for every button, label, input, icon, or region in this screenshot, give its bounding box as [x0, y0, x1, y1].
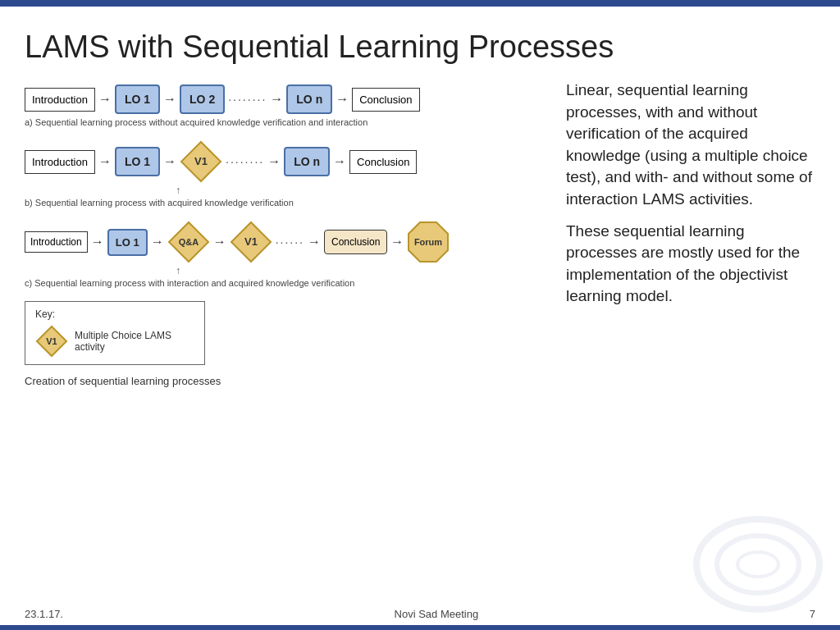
arrow-b3: →: [267, 154, 281, 169]
footer-date: 23.1.17.: [25, 608, 63, 620]
label-c: c) Sequential learning process with inte…: [25, 278, 550, 288]
lon-b: LO n: [284, 147, 330, 176]
svg-text:V1: V1: [244, 235, 258, 248]
intro-b: Introduction: [25, 150, 95, 174]
lon-a: LO n: [286, 84, 332, 114]
footer-page: 7: [810, 608, 815, 620]
arrow-a3: →: [270, 92, 283, 107]
svg-text:V1: V1: [194, 155, 208, 167]
slide: LAMS with Sequential Learning Processes …: [0, 7, 840, 625]
arrow-a1: →: [98, 92, 112, 107]
dots-a: ········: [228, 93, 267, 106]
intro-a: Introduction: [25, 88, 95, 112]
right-text-1: Linear, sequential learning processes, w…: [566, 80, 815, 211]
bottom-bar: [0, 625, 840, 630]
label-b: b) Sequential learning process with acqu…: [25, 198, 550, 208]
intro-c: Introduction: [25, 231, 88, 253]
feedback-arrow-c: ↑: [176, 265, 180, 276]
key-row: V1 Multiple Choice LAMS activity: [35, 325, 194, 358]
arrow-b1: →: [98, 154, 112, 169]
arrow-c3: →: [213, 235, 226, 249]
arrow-c1: →: [91, 235, 104, 249]
lo1-c: LO 1: [107, 229, 148, 256]
conclusion-b: Conclusion: [349, 150, 417, 174]
diagram-b-row: Introduction → LO 1 → V1 ········ →: [25, 135, 550, 185]
top-bar: [0, 0, 840, 7]
svg-text:V1: V1: [46, 336, 57, 346]
content-area: Introduction → LO 1 → LO 2 ········ → LO…: [25, 80, 815, 617]
lo2-a: LO 2: [180, 84, 225, 114]
conclusion-c: Conclusion: [324, 230, 387, 254]
diagram-a: Introduction → LO 1 → LO 2 ········ → LO…: [25, 80, 550, 130]
v1-c: V1: [230, 221, 272, 263]
lo1-b: LO 1: [115, 147, 160, 176]
lo1-a: LO 1: [115, 84, 160, 114]
arrow-b2: →: [163, 154, 176, 169]
arrow-a4: →: [336, 92, 349, 107]
right-text-2: These sequential learning processes are …: [566, 221, 815, 308]
svg-text:Forum: Forum: [414, 237, 442, 247]
forum-c: Forum: [407, 221, 450, 263]
feedback-arrow-b: ↑: [176, 185, 180, 196]
arrow-a2: →: [163, 92, 176, 107]
arrow-c4: →: [308, 235, 321, 249]
key-v1-diamond: V1: [35, 325, 68, 358]
footer: 23.1.17. Novi Sad Meeting 7: [25, 608, 815, 620]
left-panel: Introduction → LO 1 → LO 2 ········ → LO…: [25, 80, 550, 617]
key-description: Multiple Choice LAMS activity: [75, 330, 194, 353]
key-title: Key:: [35, 308, 194, 320]
dots-b: ········: [226, 155, 264, 168]
diagram-b: Introduction → LO 1 → V1 ········ →: [25, 135, 550, 211]
diagram-c-row: Introduction → LO 1 → Q&A →: [25, 216, 550, 265]
conclusion-a: Conclusion: [352, 88, 419, 112]
footer-center: Novi Sad Meeting: [395, 608, 479, 620]
diagram-c: Introduction → LO 1 → Q&A →: [25, 216, 550, 291]
arrow-c5: →: [390, 235, 404, 249]
label-a: a) Sequential learning process without a…: [25, 117, 550, 127]
key-box: Key: V1 Multiple Choice LAMS activity: [25, 301, 205, 365]
svg-text:Q&A: Q&A: [178, 237, 199, 247]
v1-b: V1: [180, 140, 222, 183]
slide-title: LAMS with Sequential Learning Processes: [25, 30, 815, 65]
diagram-a-row: Introduction → LO 1 → LO 2 ········ → LO…: [25, 80, 550, 116]
diagram-caption: Creation of sequential learning processe…: [25, 375, 550, 387]
dots-c: ······: [276, 235, 304, 249]
arrow-b4: →: [333, 154, 346, 169]
right-panel: Linear, sequential learning processes, w…: [558, 80, 815, 617]
arrow-c2: →: [151, 235, 164, 249]
qa-c: Q&A: [167, 221, 210, 263]
